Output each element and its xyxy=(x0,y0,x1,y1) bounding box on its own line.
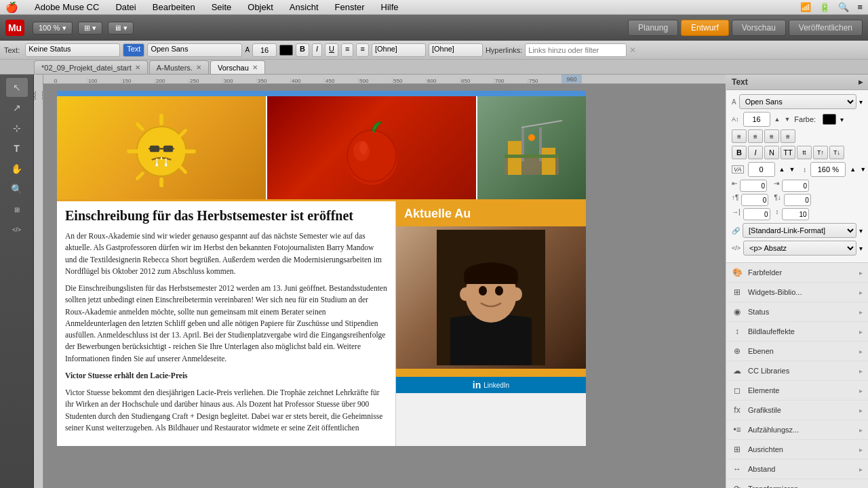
font-size-field[interactable] xyxy=(743,112,770,127)
tab-project[interactable]: *02_09_Projekt_datei_start ✕ xyxy=(34,60,148,74)
size-stepper-down[interactable]: ▼ xyxy=(784,116,790,123)
menubar-fenster[interactable]: Fenster xyxy=(332,2,368,12)
indent-left-input[interactable] xyxy=(740,180,767,192)
style-smallcap-btn[interactable]: tt xyxy=(797,146,812,159)
link-format-select[interactable]: [Standard-Link-Format] xyxy=(743,223,856,238)
panel-item-aufzaehlung[interactable]: •≡ Aufzählungsz... ▸ xyxy=(726,420,868,440)
color-dropdown-icon[interactable]: ▾ xyxy=(840,116,844,123)
style-normal-btn[interactable]: N xyxy=(764,146,779,159)
style-bold-btn[interactable]: B xyxy=(732,146,747,159)
align-right-btn[interactable]: ≡ xyxy=(764,129,779,143)
menubar-bearbeiten[interactable]: Bearbeiten xyxy=(150,2,198,12)
bold-btn[interactable]: B xyxy=(296,43,309,57)
panel-item-elemente[interactable]: ◻ Elemente ▸ xyxy=(726,381,868,401)
menubar-muse[interactable]: Adobe Muse CC xyxy=(32,2,102,12)
menu-icon[interactable]: ≡ xyxy=(857,2,863,12)
widget-tool[interactable]: ⊞ xyxy=(6,200,28,219)
text-tool-btn[interactable]: Text xyxy=(123,43,144,57)
panel-item-cc[interactable]: ☁ CC Libraries ▸ xyxy=(726,361,868,381)
panel-item-ebenen[interactable]: ⊕ Ebenen ▸ xyxy=(726,342,868,361)
last-space-input[interactable] xyxy=(782,208,809,220)
layout-toggle-btn[interactable]: ⊞ ▾ xyxy=(78,22,102,35)
panel-item-abstand[interactable]: ↔ Abstand ▸ xyxy=(726,460,868,479)
tab-vorschau[interactable]: Vorschau ✕ xyxy=(210,60,265,74)
tag-dropdown-icon[interactable]: ▾ xyxy=(859,245,863,252)
lineheight-input[interactable] xyxy=(810,162,846,177)
zoom-tool[interactable]: 🔍 xyxy=(6,180,28,199)
tab-stop-input[interactable] xyxy=(743,208,770,220)
space-before-input[interactable] xyxy=(741,194,768,206)
status-select[interactable]: Keine Status xyxy=(25,43,120,57)
space-after-input[interactable] xyxy=(784,194,811,206)
style-none-select[interactable]: [Ohne] xyxy=(429,43,483,57)
style-super-btn[interactable]: T↑ xyxy=(813,146,828,159)
html-tool[interactable]: </> xyxy=(6,220,28,239)
color-picker[interactable] xyxy=(279,45,293,56)
menubar-seite[interactable]: Seite xyxy=(209,2,235,12)
va-input[interactable] xyxy=(748,162,775,177)
publish-mode-btn[interactable]: Veröffentlichen xyxy=(789,20,863,36)
hyperlinks-input[interactable] xyxy=(525,43,627,57)
color-swatch[interactable] xyxy=(823,114,836,125)
align-right-btn[interactable]: ≡ xyxy=(356,43,368,57)
tab-close-1[interactable]: ✕ xyxy=(135,64,140,71)
indent-left-icon: ⇤ xyxy=(732,180,737,192)
style-cap-btn[interactable]: TT xyxy=(781,146,795,159)
tab-close-3[interactable]: ✕ xyxy=(252,64,258,71)
linkedin-badge[interactable]: in LinkedIn xyxy=(396,377,586,393)
font-family-select[interactable]: Open Sans xyxy=(739,94,856,109)
tab-close-2[interactable]: ✕ xyxy=(196,64,201,71)
va-stepper-up[interactable]: ▲ xyxy=(779,166,785,173)
font-select[interactable]: Open Sans xyxy=(147,43,242,57)
panel-item-status[interactable]: ◉ Status ▸ xyxy=(726,302,868,322)
align-left-btn[interactable]: ≡ xyxy=(732,129,747,143)
menubar-objekt[interactable]: Objekt xyxy=(245,2,276,12)
align-none-select[interactable]: [Ohne] xyxy=(372,43,426,57)
align-center-btn[interactable]: ≡ xyxy=(748,129,763,143)
zoom-control[interactable]: 100 % ▾ xyxy=(33,22,73,35)
menubar-hilfe[interactable]: Hilfe xyxy=(378,2,401,12)
underline-btn[interactable]: U xyxy=(325,43,338,57)
font-size-input[interactable] xyxy=(252,43,277,57)
va-stepper-down[interactable]: ▼ xyxy=(789,166,795,173)
italic-btn[interactable]: I xyxy=(312,43,322,57)
search-icon[interactable]: 🔍 xyxy=(838,2,849,12)
svg-point-22 xyxy=(359,141,368,155)
canvas-scroll[interactable]: 0 100 150 200 250 300 350 400 450 500 55… xyxy=(43,75,726,488)
link-dropdown-icon[interactable]: ▾ xyxy=(859,227,863,235)
align-left-btn[interactable]: ≡ xyxy=(341,43,353,57)
plan-mode-btn[interactable]: Planung xyxy=(628,20,678,36)
transformieren-label: Transformieren xyxy=(748,485,798,488)
screen-btn[interactable]: 🖥 ▾ xyxy=(108,22,134,35)
panel-item-grafikstile[interactable]: fx Grafikstile ▸ xyxy=(726,401,868,420)
panel-item-widgets[interactable]: ⊞ Widgets-Biblio... ▸ xyxy=(726,283,868,302)
panel-item-bildlauf[interactable]: ↕ Bildlaufeffekte ▸ xyxy=(726,322,868,342)
size-stepper-up[interactable]: ▲ xyxy=(774,116,781,123)
hand-tool[interactable]: ✋ xyxy=(6,159,28,178)
indent-right-input[interactable] xyxy=(782,180,809,192)
tag-select[interactable]: <p> Absatz xyxy=(743,241,856,256)
panel-item-farbfelder[interactable]: 🎨 Farbfelder ▸ xyxy=(726,263,868,283)
crop-tool[interactable]: ⊹ xyxy=(6,119,28,138)
style-italic-btn[interactable]: I xyxy=(748,146,763,159)
entwurf-mode-btn[interactable]: Entwurf xyxy=(681,20,729,36)
menubar-datei[interactable]: Datei xyxy=(113,2,138,12)
lineheight-stepper-up[interactable]: ▲ xyxy=(850,166,856,173)
zoom-dropdown-icon[interactable]: ▾ xyxy=(62,24,66,33)
align-justify-btn[interactable]: ≡ xyxy=(781,129,795,143)
panel-item-transformieren[interactable]: ⟳ Transformieren ▸ xyxy=(726,479,868,488)
style-sub-btn[interactable]: T↓ xyxy=(829,146,844,159)
hyperlinks-clear-icon[interactable]: ✕ xyxy=(629,45,636,55)
apple-menu[interactable]: 🍎 xyxy=(5,1,18,14)
toolbar-mode-buttons: Planung Entwurf Vorschau Veröffentlichen xyxy=(628,20,863,36)
panel-collapse-icon[interactable]: ▸ xyxy=(859,77,863,87)
lineheight-stepper-down[interactable]: ▼ xyxy=(860,166,866,173)
panel-item-ausrichten[interactable]: ⊞ Ausrichten ▸ xyxy=(726,440,868,460)
preview-mode-btn[interactable]: Vorschau xyxy=(732,20,786,36)
font-dropdown-arrow[interactable]: ▾ xyxy=(859,98,863,106)
tab-amusters[interactable]: A-Musters. ✕ xyxy=(149,60,209,74)
select-tool[interactable]: ↖ xyxy=(6,78,28,97)
menubar-ansicht[interactable]: Ansicht xyxy=(287,2,321,12)
direct-select-tool[interactable]: ↗ xyxy=(6,98,28,117)
text-tool[interactable]: T xyxy=(6,139,28,158)
